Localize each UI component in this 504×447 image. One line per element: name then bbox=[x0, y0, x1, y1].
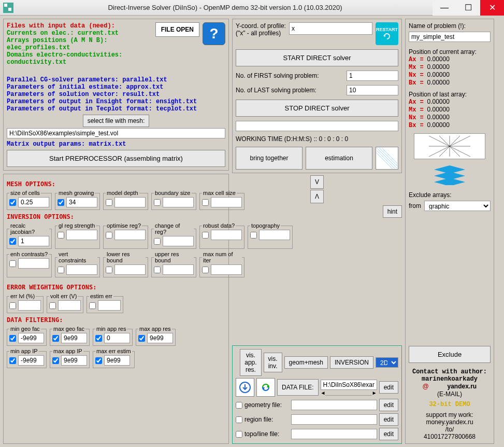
region-file-check[interactable] bbox=[236, 416, 242, 423]
no-last-input[interactable] bbox=[347, 85, 398, 95]
estimerr-check[interactable] bbox=[89, 302, 96, 309]
geom-mesh-button[interactable]: geom+mesh bbox=[284, 356, 328, 369]
gl-reg-check[interactable] bbox=[57, 232, 64, 239]
progress-bar bbox=[236, 121, 398, 131]
hint-button[interactable]: hint bbox=[383, 205, 402, 218]
vert-input[interactable] bbox=[66, 264, 97, 275]
data-file-edit[interactable]: edit bbox=[379, 381, 398, 394]
titlebar: Direct-Inverse Solver (DiInSo) - OpenMP … bbox=[0, 0, 504, 16]
refresh-icon[interactable] bbox=[256, 378, 275, 397]
layers-preview[interactable] bbox=[414, 163, 485, 186]
size-cells-input[interactable] bbox=[18, 197, 49, 207]
no-last-label: No. of LAST solving problem: bbox=[236, 87, 343, 94]
maxip-check[interactable] bbox=[52, 357, 59, 364]
model-depth-check[interactable] bbox=[106, 199, 112, 206]
opt-reg-input[interactable] bbox=[114, 230, 146, 240]
region-file-input[interactable] bbox=[291, 414, 377, 425]
maxapp-input[interactable] bbox=[147, 333, 173, 343]
no-first-input[interactable] bbox=[347, 71, 398, 81]
start-direct-button[interactable]: START DIRECT solver bbox=[236, 49, 398, 66]
svg-rect-2 bbox=[8, 8, 11, 11]
help-button[interactable]: ? bbox=[203, 22, 225, 45]
minip-input[interactable] bbox=[18, 355, 44, 366]
exclude-arrays-label: Exclude arrays: bbox=[409, 191, 491, 199]
select-mesh-button[interactable]: select file with mesh: bbox=[83, 115, 150, 127]
close-button[interactable]: ✕ bbox=[480, 0, 504, 16]
maxgeo-input[interactable] bbox=[61, 333, 87, 343]
bring-button[interactable]: bring together bbox=[236, 147, 303, 170]
exclude-select[interactable]: graphic bbox=[424, 201, 491, 211]
chg-reg-input[interactable] bbox=[163, 236, 194, 246]
size-cells-check[interactable] bbox=[9, 199, 16, 206]
dim-select[interactable]: 2D bbox=[376, 357, 398, 368]
volterr-input[interactable] bbox=[58, 300, 81, 311]
stop-direct-button[interactable]: STOP DIRECT solver bbox=[236, 100, 398, 117]
lower-check[interactable] bbox=[106, 267, 112, 273]
start-preprocessor-button[interactable]: Start PREPROCESSOR (assembling matrix) bbox=[7, 150, 225, 167]
svg-marker-24 bbox=[434, 178, 465, 185]
topo-file-input[interactable] bbox=[291, 429, 377, 439]
mesh-growing-input[interactable] bbox=[66, 197, 97, 207]
collapse-down-button[interactable]: Λ bbox=[310, 190, 324, 203]
lower-input[interactable] bbox=[114, 264, 146, 275]
geom-file-input[interactable] bbox=[291, 400, 377, 410]
geom-file-check[interactable] bbox=[236, 402, 242, 409]
recalc-jac-check[interactable] bbox=[9, 238, 16, 245]
data-file-button[interactable]: DATA FILE: bbox=[277, 379, 319, 396]
enh-input[interactable] bbox=[18, 258, 49, 269]
boundary-size-check[interactable] bbox=[154, 199, 161, 206]
vert-check[interactable] bbox=[57, 267, 64, 273]
vis-inv-button[interactable]: vis. inv. bbox=[264, 353, 282, 372]
matrix-icon[interactable] bbox=[376, 147, 398, 170]
upper-input[interactable] bbox=[163, 264, 194, 275]
minip-check[interactable] bbox=[9, 357, 16, 364]
enh-check[interactable] bbox=[9, 260, 16, 267]
maxiter-check[interactable] bbox=[202, 267, 209, 273]
exclude-button[interactable]: Exclude bbox=[409, 346, 491, 363]
minimize-button[interactable]: — bbox=[433, 0, 456, 16]
chg-reg-check[interactable] bbox=[154, 238, 161, 245]
errlvl-input[interactable] bbox=[18, 300, 41, 311]
estimation-button[interactable]: estimation bbox=[306, 147, 372, 170]
mesh-growing-check[interactable] bbox=[57, 199, 64, 206]
mesh-path-input[interactable] bbox=[7, 128, 225, 138]
estimerr-input[interactable] bbox=[98, 300, 121, 311]
robust-check[interactable] bbox=[202, 232, 209, 239]
volterr-check[interactable] bbox=[49, 302, 56, 309]
model-depth-input[interactable] bbox=[114, 197, 146, 207]
mingeo-input[interactable] bbox=[18, 333, 44, 343]
maxerr-input[interactable] bbox=[104, 355, 130, 366]
file-open-button[interactable]: FILE OPEN bbox=[155, 22, 199, 37]
max-cell-check[interactable] bbox=[202, 199, 209, 206]
down-icon[interactable] bbox=[236, 378, 254, 397]
maxgeo-check[interactable] bbox=[52, 335, 59, 342]
boundary-size-input[interactable] bbox=[163, 197, 194, 207]
minapp-input[interactable] bbox=[104, 333, 130, 343]
mingeo-check[interactable] bbox=[9, 335, 16, 342]
maxapp-check[interactable] bbox=[138, 335, 145, 342]
maximize-button[interactable]: ☐ bbox=[456, 0, 480, 16]
upper-check[interactable] bbox=[154, 267, 161, 273]
data-file-input[interactable] bbox=[321, 380, 377, 390]
errlvl-check[interactable] bbox=[9, 302, 16, 309]
inversion-button[interactable]: INVERSION bbox=[330, 356, 373, 369]
ycoord-input[interactable] bbox=[289, 22, 372, 35]
region-file-edit[interactable]: edit bbox=[379, 413, 398, 426]
topo-file-edit[interactable]: edit bbox=[379, 428, 398, 440]
geom-file-edit[interactable]: edit bbox=[379, 399, 398, 411]
problem-name-input[interactable] bbox=[409, 32, 491, 42]
maxip-input[interactable] bbox=[61, 355, 87, 366]
result-line: Parameters of solution vector: result.tx… bbox=[7, 91, 225, 98]
collapse-up-button[interactable]: V bbox=[310, 175, 324, 189]
gl-reg-input[interactable] bbox=[66, 230, 97, 240]
recalc-jac-input[interactable] bbox=[18, 236, 49, 246]
topo-file-check[interactable] bbox=[236, 431, 242, 438]
maxerr-check[interactable] bbox=[95, 357, 102, 364]
restart-button[interactable]: RESTART bbox=[376, 22, 398, 45]
star-preview[interactable] bbox=[414, 133, 485, 159]
opt-reg-check[interactable] bbox=[106, 232, 112, 239]
vis-app-res-button[interactable]: vis. app. res. bbox=[240, 349, 261, 376]
minapp-check[interactable] bbox=[95, 335, 102, 342]
working-time: WORKING TIME (D:H:M:S) :: 0 : 0 : 0 : 0 bbox=[236, 135, 398, 143]
svg-line-5 bbox=[377, 150, 395, 169]
